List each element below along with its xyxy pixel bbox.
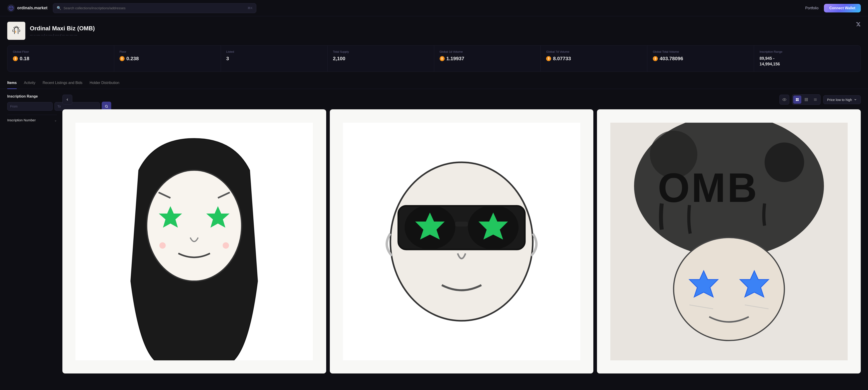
filters-panel: Inscription Range Inscription Number ⌄ [7,94,57,373]
nav-right: Portfolio Connect Wallet [805,4,861,12]
tab-items[interactable]: Items [7,77,17,89]
svg-point-11 [784,99,785,100]
collection-name: Ordinal Maxi Biz (OMB) [30,25,861,32]
svg-point-1 [10,7,11,8]
eye-toggle-button[interactable] [779,94,789,105]
grid-small-view-button[interactable] [802,95,810,104]
sort-dropdown[interactable]: Price low to high [823,95,861,104]
svg-rect-17 [806,98,807,99]
tab-holder-distribution[interactable]: Holder Distribution [90,77,120,89]
search-input[interactable] [64,6,245,10]
inscription-number-filter[interactable]: Inscription Number ⌄ [7,115,57,125]
search-icon: 🔍 [57,6,61,10]
nft-grid: OMB [62,109,861,373]
chevron-left-icon [66,98,69,102]
twitter-icon[interactable] [856,22,861,28]
stat-inscription-range: Inscription Range 89,945 - 14,994,156 [754,46,861,72]
stat-total-supply: Total Supply 2,100 [328,46,434,72]
tab-recent-listings[interactable]: Recent Listings and Bids [42,77,82,89]
stat-inscription-range-label: Inscription Range [760,50,855,53]
stat-7d-volume-label: Global 7d Volume [546,50,642,53]
logo-icon [7,4,15,12]
nft-card-3-image: OMB [597,109,861,373]
svg-point-0 [7,4,15,12]
stats-bar: Global Floor ₿ 0.18 Floor ₿ 0.238 Listed… [7,45,861,72]
nft-card-2[interactable] [330,109,594,373]
stat-floor-label: Floor [120,50,215,53]
stat-7d-volume-value: ₿ 8.07733 [546,56,642,61]
inscription-number-label: Inscription Number [7,118,36,122]
svg-rect-3 [8,23,24,39]
svg-point-44 [765,142,804,182]
nft-card-2-image [330,109,594,373]
search-bar[interactable]: 🔍 ⌘K [53,3,256,13]
tab-activity[interactable]: Activity [24,77,35,89]
collection-header: ₿ Ordinal Maxi Biz (OMB) --- -- ---- -- … [0,16,868,45]
stat-listed: Listed 3 [221,46,328,72]
navbar: ordinals.market 🔍 ⌘K Portfolio Connect W… [0,0,868,16]
stat-listed-value: 3 [226,56,322,61]
stat-total-volume-label: Global Total Volume [653,50,748,53]
collection-address: --- -- ---- -- / -- ---- / ----- / --- -… [30,33,861,37]
svg-rect-19 [805,100,805,100]
collection-thumb-art: ₿ [8,23,24,39]
stat-global-floor: Global Floor ₿ 0.18 [7,46,114,72]
svg-point-46 [674,238,784,340]
range-inputs [7,102,57,111]
stat-1d-volume-value: ₿ 1.19937 [440,56,535,61]
svg-rect-16 [805,98,805,99]
svg-rect-14 [796,100,797,101]
stat-7d-volume: Global 7d Volume ₿ 8.07733 [541,46,647,72]
stat-1d-volume: Global 1d Volume ₿ 1.19937 [434,46,541,72]
svg-point-28 [147,170,242,281]
grid-large-view-button[interactable] [793,95,801,104]
nft-card-3[interactable]: OMB [597,109,861,373]
stat-floor-value: ₿ 0.238 [120,56,215,61]
svg-rect-23 [806,101,807,101]
svg-rect-20 [806,100,807,100]
stat-global-floor-value: ₿ 0.18 [13,56,108,61]
grid-small-icon [804,98,808,102]
items-area: Price low to high [62,94,861,373]
grid-large-icon [796,98,799,102]
list-view-button[interactable] [811,95,819,104]
stat-listed-label: Listed [226,50,322,53]
stat-total-supply-value: 2,100 [333,56,429,61]
btc-icon-2: ₿ [120,56,125,61]
svg-rect-13 [798,98,799,100]
collection-thumbnail: ₿ [7,22,25,40]
portfolio-link[interactable]: Portfolio [805,6,818,10]
filter-inscription-range-title: Inscription Range [7,94,57,99]
nft-card-1[interactable] [62,109,326,373]
main-content: Inscription Range Inscription Number ⌄ [0,89,868,379]
svg-rect-24 [807,101,808,101]
stat-global-floor-label: Global Floor [13,50,108,53]
list-icon [813,98,817,102]
collection-info: Ordinal Maxi Biz (OMB) --- -- ---- -- / … [30,25,861,37]
stat-total-volume-value: ₿ 403.78096 [653,56,748,61]
eye-icon [782,98,786,102]
search-kbd: ⌘K [248,6,252,10]
btc-icon-3: ₿ [440,56,445,61]
stat-inscription-range-value: 89,945 - 14,994,156 [760,56,855,67]
connect-wallet-button[interactable]: Connect Wallet [824,4,861,12]
tabs-row: Items Activity Recent Listings and Bids … [0,77,868,89]
stat-total-volume: Global Total Volume ₿ 403.78096 [647,46,754,72]
range-from-input[interactable] [7,102,53,111]
svg-text:OMB: OMB [658,165,758,211]
logo-area[interactable]: ordinals.market [7,4,48,12]
sort-chevron-icon [854,98,857,101]
back-button[interactable] [62,94,72,105]
svg-point-34 [223,242,229,249]
stat-floor: Floor ₿ 0.238 [114,46,221,72]
svg-rect-22 [805,101,805,101]
btc-icon-5: ₿ [653,56,658,61]
svg-rect-12 [796,98,797,100]
stat-total-supply-label: Total Supply [333,50,429,53]
view-toggle-group [792,94,820,105]
nft-card-1-image [62,109,326,373]
stat-1d-volume-label: Global 1d Volume [440,50,535,53]
btc-icon: ₿ [13,56,18,61]
chevron-down-icon: ⌄ [54,118,57,122]
btc-icon-4: ₿ [546,56,551,61]
